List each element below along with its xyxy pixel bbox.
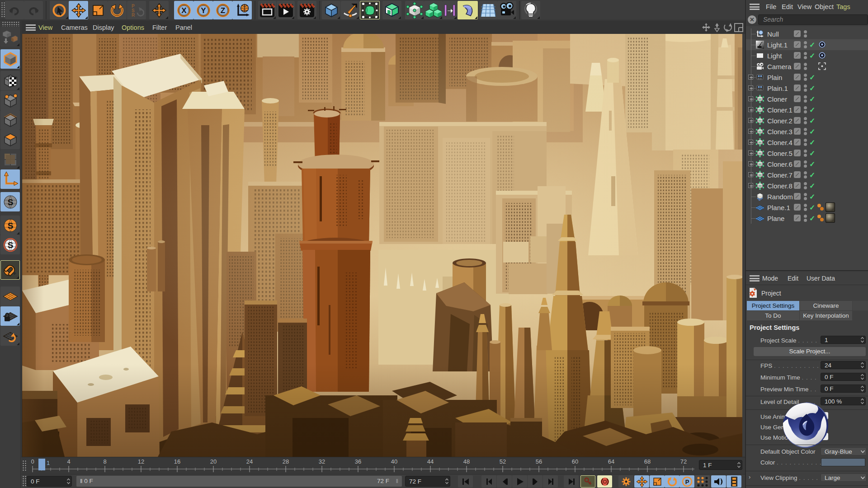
svg-text:R: R — [132, 13, 135, 18]
svg-text:64: 64 — [608, 458, 614, 465]
svg-text:72: 72 — [680, 458, 687, 465]
svg-text:X: X — [181, 6, 187, 15]
svg-text:60: 60 — [572, 458, 578, 465]
svg-text:S: S — [7, 240, 13, 250]
svg-text:36: 36 — [355, 458, 361, 465]
svg-text:Y: Y — [201, 6, 206, 15]
svg-text:S: S — [7, 197, 13, 207]
svg-text:68: 68 — [644, 458, 651, 465]
svg-text:56: 56 — [536, 458, 542, 465]
svg-text:8: 8 — [103, 458, 106, 465]
svg-text:P: P — [685, 479, 689, 485]
svg-text:44: 44 — [427, 458, 434, 465]
svg-text:12: 12 — [138, 458, 144, 465]
svg-text:Z: Z — [220, 6, 225, 15]
svg-text:28: 28 — [283, 458, 289, 465]
svg-text:0: 0 — [31, 458, 34, 465]
svg-text:48: 48 — [463, 458, 470, 465]
svg-text:20: 20 — [210, 458, 217, 465]
svg-text:52: 52 — [500, 458, 506, 465]
svg-text:16: 16 — [174, 458, 180, 465]
svg-text:32: 32 — [319, 458, 325, 465]
svg-text:4: 4 — [67, 458, 70, 465]
svg-text:S: S — [7, 221, 13, 230]
svg-text:40: 40 — [391, 458, 397, 465]
svg-text:24: 24 — [246, 458, 253, 465]
